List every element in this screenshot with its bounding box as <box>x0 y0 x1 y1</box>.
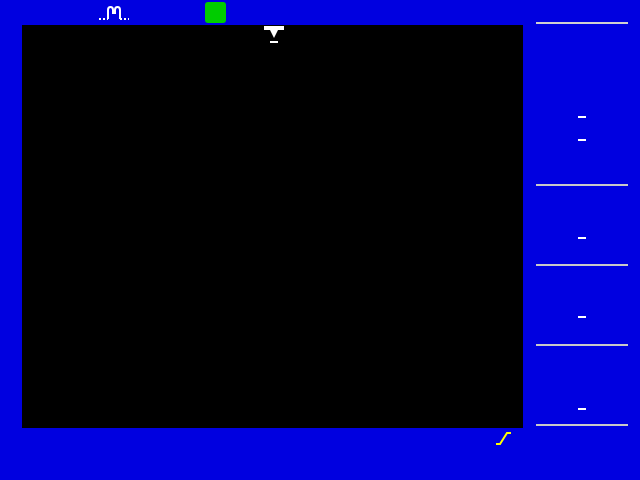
graticule <box>22 25 523 428</box>
menu-separator <box>536 344 628 346</box>
screen-background <box>22 25 523 428</box>
trigger-badge-icon <box>205 2 226 23</box>
menu-option-layout[interactable] <box>524 304 640 322</box>
rising-edge-icon <box>495 431 513 446</box>
trigger-position-tick <box>270 41 278 43</box>
menu-separator <box>536 264 628 266</box>
menu-option-ink-saver[interactable] <box>524 225 640 243</box>
menu-option-file-format[interactable] <box>524 396 640 414</box>
menu-separator <box>536 184 628 186</box>
sample-mode-waveform-icon <box>98 5 136 22</box>
oscilloscope-screen: { "colors": { "background_blue": "#0000E… <box>0 0 640 480</box>
menu-option-print-action[interactable] <box>524 104 640 122</box>
menu-title-underline <box>536 22 628 24</box>
menu-option-print-action-line2[interactable] <box>524 127 640 145</box>
menu-separator <box>536 424 628 426</box>
